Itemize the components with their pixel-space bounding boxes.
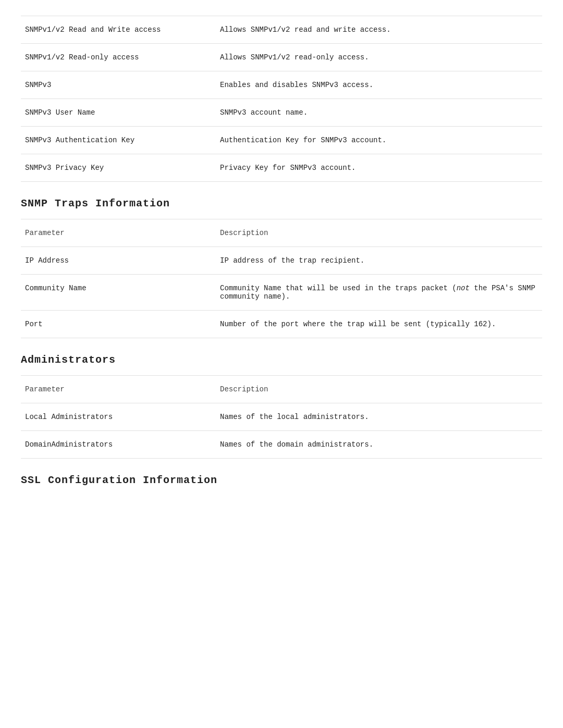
snmp-traps-table: Parameter Description IP Address IP addr…: [21, 219, 542, 338]
param-label: SNMPv3: [21, 71, 214, 99]
snmp-access-table: SNMPv1/v2 Read and Write access Allows S…: [21, 16, 542, 182]
param-desc: Names of the local administrators.: [214, 403, 542, 431]
italic-text: not: [457, 284, 470, 292]
table-row: SNMPv3 Authentication Key Authentication…: [21, 127, 542, 154]
administrators-table: Parameter Description Local Administrato…: [21, 375, 542, 459]
table-row: SNMPv1/v2 Read and Write access Allows S…: [21, 16, 542, 44]
table-row: Local Administrators Names of the local …: [21, 403, 542, 431]
param-desc: Privacy Key for SNMPv3 account.: [214, 154, 542, 182]
param-label: Port: [21, 311, 214, 338]
table-row: SNMPv3 Enables and disables SNMPv3 acces…: [21, 71, 542, 99]
param-label: SNMPv3 Authentication Key: [21, 127, 214, 154]
table-row: IP Address IP address of the trap recipi…: [21, 247, 542, 275]
param-desc: Authentication Key for SNMPv3 account.: [214, 127, 542, 154]
table-row: DomainAdministrators Names of the domain…: [21, 431, 542, 459]
param-desc: Enables and disables SNMPv3 access.: [214, 71, 542, 99]
param-label: SNMPv1/v2 Read and Write access: [21, 16, 214, 44]
param-label: Local Administrators: [21, 403, 214, 431]
snmp-traps-header-param: Parameter: [21, 219, 214, 247]
param-desc: SNMPv3 account name.: [214, 99, 542, 127]
param-desc: Allows SNMPv1/v2 read and write access.: [214, 16, 542, 44]
administrators-header-desc: Description: [214, 376, 542, 403]
ssl-config-section: SSL Configuration Information: [21, 474, 542, 486]
administrators-header-param: Parameter: [21, 376, 214, 403]
param-label: SNMPv1/v2 Read-only access: [21, 44, 214, 71]
ssl-config-heading: SSL Configuration Information: [21, 474, 542, 486]
table-row: SNMPv3 Privacy Key Privacy Key for SNMPv…: [21, 154, 542, 182]
param-desc: Community Name that will be used in the …: [214, 275, 542, 311]
table-row: SNMPv3 User Name SNMPv3 account name.: [21, 99, 542, 127]
param-label: SNMPv3 User Name: [21, 99, 214, 127]
snmp-traps-header-desc: Description: [214, 219, 542, 247]
snmp-traps-section: SNMP Traps Information Parameter Descrip…: [21, 198, 542, 338]
administrators-heading: Administrators: [21, 354, 542, 366]
snmp-access-section: SNMPv1/v2 Read and Write access Allows S…: [21, 16, 542, 182]
table-row: Community Name Community Name that will …: [21, 275, 542, 311]
param-label: IP Address: [21, 247, 214, 275]
param-label: DomainAdministrators: [21, 431, 214, 459]
param-desc: IP address of the trap recipient.: [214, 247, 542, 275]
table-row: Port Number of the port where the trap w…: [21, 311, 542, 338]
param-label: SNMPv3 Privacy Key: [21, 154, 214, 182]
param-desc: Number of the port where the trap will b…: [214, 311, 542, 338]
table-row: SNMPv1/v2 Read-only access Allows SNMPv1…: [21, 44, 542, 71]
param-desc: Names of the domain administrators.: [214, 431, 542, 459]
administrators-section: Administrators Parameter Description Loc…: [21, 354, 542, 459]
param-desc: Allows SNMPv1/v2 read-only access.: [214, 44, 542, 71]
snmp-traps-heading: SNMP Traps Information: [21, 198, 542, 209]
snmp-traps-header-row: Parameter Description: [21, 219, 542, 247]
administrators-header-row: Parameter Description: [21, 376, 542, 403]
param-label: Community Name: [21, 275, 214, 311]
